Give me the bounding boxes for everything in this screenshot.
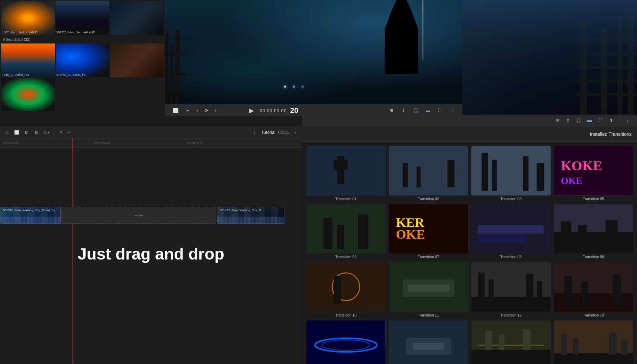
grid-view-icon[interactable]: ⊞ [387, 106, 396, 115]
media-thumb-5[interactable]: 676749_C...Artlist_HD [56, 43, 109, 77]
timecode-display: 00:00:00:00 [260, 108, 287, 113]
svg-rect-22 [416, 166, 420, 187]
transition-item-02[interactable]: Transition 02 [388, 145, 470, 202]
timeline-title: Tutorial [261, 130, 276, 135]
trim-icon[interactable]: ⊡ [23, 129, 30, 136]
transition-item-03[interactable]: Transition 03 [470, 145, 552, 202]
separator [619, 117, 619, 124]
svg-rect-19 [344, 160, 348, 170]
transition-thumb-09 [554, 204, 633, 254]
transition-thumb-02 [389, 146, 468, 195]
mark-icon[interactable]: ⊟ [33, 129, 40, 136]
blade-icon[interactable]: ✂ [184, 106, 193, 115]
select-dropdown[interactable]: ▾ [68, 131, 70, 134]
transition-item-07[interactable]: KER OKE Transition 07 [388, 203, 470, 261]
svg-rect-72 [471, 350, 551, 364]
media-thumb-7[interactable] [1, 78, 55, 111]
items-count: 38 items [0, 113, 165, 115]
transition-thumb-15 [389, 321, 468, 364]
svg-rect-49 [334, 276, 341, 304]
fullscreen-icon-right[interactable]: ⛶ [596, 116, 604, 124]
transitions-panel: Installed Transitions Transition 01 [302, 126, 637, 364]
svg-rect-40 [478, 225, 544, 234]
chevron-right-icon[interactable]: › [624, 116, 632, 124]
transition-item-13[interactable]: Transition 13 [553, 261, 635, 318]
sort-icon[interactable]: ⇕ [564, 116, 572, 124]
transition-item-11[interactable]: Transition 11 [388, 261, 470, 318]
transition-item-09[interactable]: Transition 09 [553, 203, 635, 261]
svg-rect-44 [561, 221, 571, 249]
clip-icon[interactable]: ⬜ [13, 129, 20, 136]
fullscreen-icon[interactable]: ⛶ [435, 106, 445, 115]
transition-thumb-01 [306, 146, 386, 195]
svg-rect-32 [306, 204, 386, 254]
tool-dropdown[interactable]: ⬡▾ [43, 130, 50, 135]
transition-label-08: Transition 08 [500, 255, 522, 259]
background-lights [284, 86, 304, 88]
arrange-icon[interactable]: ⇕ [399, 106, 408, 115]
transition-thumb-16 [471, 321, 551, 364]
svg-rect-15 [462, 0, 637, 115]
transition-item-06[interactable]: Transition 06 [305, 203, 387, 261]
transition-item-16[interactable]: Transition 16 [470, 319, 552, 364]
svg-text:OKE: OKE [561, 175, 582, 186]
headphones-icon-right[interactable]: 🎧 [575, 116, 583, 124]
track-area: Just drag and drop 501526_Man_Walking_Ci… [0, 148, 302, 364]
cursor-icon[interactable]: ↖ [58, 129, 65, 136]
ruler-label-0: 00:00:00:00 [3, 142, 19, 145]
transition-label-10: Transition 10 [335, 313, 357, 317]
panel-icon[interactable]: ▬ [423, 106, 433, 115]
transition-item-01[interactable]: Transition 01 [305, 145, 387, 202]
nav-left-icon[interactable]: ‹ [251, 129, 258, 136]
share-icon[interactable]: ↑ [447, 106, 457, 115]
transform-icon[interactable]: ⟳ [202, 106, 211, 115]
media-thumb-3[interactable] [110, 1, 164, 35]
transition-item-08[interactable]: Transition 08 [470, 203, 552, 261]
clip-gap: ⊣⊢ [61, 207, 216, 224]
timeline-ruler: 00:00:00:00 00:00:01:00 00:00:02:00 [0, 139, 302, 148]
transition-item-10[interactable]: Transition 10 [305, 261, 387, 318]
transition-item-14[interactable]: Transition 14 [305, 319, 387, 364]
timeline: 00:00:00:00 00:00:01:00 00:00:02:00 Just… [0, 139, 302, 364]
svg-rect-34 [337, 225, 344, 249]
transition-label-13: Transition 13 [583, 313, 604, 317]
svg-rect-62 [581, 281, 587, 307]
svg-rect-28 [537, 163, 544, 191]
svg-rect-79 [573, 338, 578, 355]
nav-right-icon[interactable]: › [292, 129, 299, 136]
crop-icon[interactable]: ⬜ [171, 106, 180, 115]
svg-rect-41 [478, 235, 526, 242]
back-icon[interactable]: ◁ [3, 129, 10, 136]
headphones-icon[interactable]: 🎧 [411, 106, 420, 115]
gap-connector: ⊣⊢ [134, 212, 143, 219]
grid-icon-right[interactable]: ⊞ [553, 116, 561, 124]
media-thumb-2[interactable]: 501526_Man...llert_ArtlistHD [56, 1, 109, 35]
timeline-controls: ◁ ⬜ ⊡ ⊟ ⬡▾ ↖ ▾ ‹ Tutorial 02:21 › [0, 126, 302, 139]
svg-rect-35 [358, 214, 368, 249]
transition-item-12[interactable]: Transition 12 [470, 261, 552, 318]
media-thumb-1[interactable]: 1467_Man...llert_ArtlistHD [1, 1, 55, 35]
transition-item-05[interactable]: KOKE OKE Transition 05 [553, 145, 635, 202]
toolbar-separator: ▾ [196, 108, 198, 113]
svg-rect-25 [482, 153, 488, 191]
clip-2-label: 501467_Man_Walking_City_Str... [219, 208, 266, 213]
clip-2[interactable]: 501467_Man_Walking_City_Str... [217, 207, 284, 224]
media-thumb-6[interactable] [110, 43, 164, 77]
svg-rect-52 [408, 285, 449, 292]
media-panel: 1467_Man...llert_ArtlistHD 501526_Man...… [0, 0, 165, 115]
transition-item-17[interactable]: Transition 17 [553, 319, 635, 364]
transition-thumb-12 [471, 262, 551, 312]
export-icon[interactable]: ⬆ [607, 116, 615, 124]
svg-rect-33 [324, 218, 332, 249]
media-grid: 1467_Man...llert_ArtlistHD 501526_Man...… [0, 0, 165, 36]
media-thumb-4[interactable]: 7746_C...Artlist_HD [1, 43, 55, 77]
play-button[interactable]: ▶ [247, 106, 256, 115]
transition-item-15[interactable]: Transition 15 [388, 319, 470, 364]
video-background [165, 0, 462, 115]
top-right-preview [462, 0, 637, 115]
clip-1[interactable]: 501526_Man_Walking_City_Street_By... [0, 207, 61, 224]
view-toggle-icon[interactable]: ▬ [585, 116, 593, 124]
clip-1-waveform [0, 217, 60, 223]
media-label-1: 1467_Man...llert_ArtlistHD [2, 31, 54, 34]
transition-thumb-07: KER OKE [389, 204, 468, 254]
